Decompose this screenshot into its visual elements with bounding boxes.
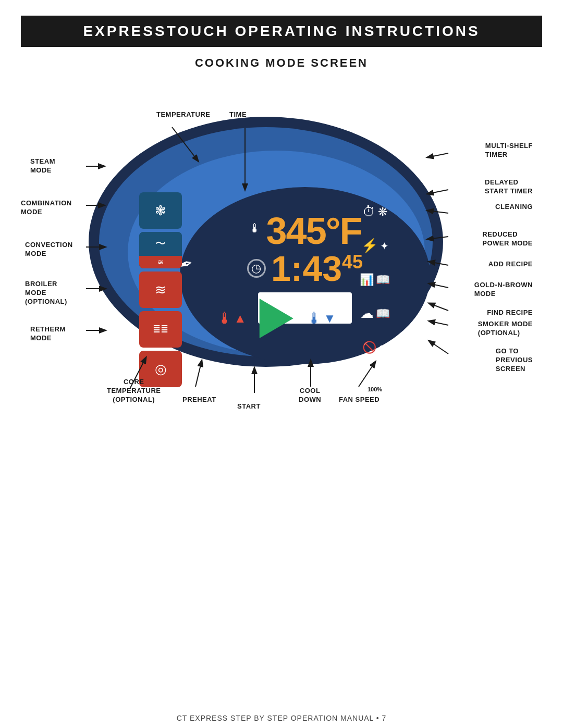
label-reduced-power-mode: REDUCED POWER MODE	[482, 230, 533, 248]
label-time: TIME	[229, 110, 247, 119]
label-cleaning: CLEANING	[495, 203, 533, 212]
label-combination-mode: COMBINATION MODE	[21, 199, 72, 217]
broiler-icon: ≣≣	[153, 324, 168, 335]
label-find-recipe: FIND RECIPE	[487, 309, 533, 317]
gold-n-brown-icon[interactable]: ☁ 📖	[358, 299, 391, 328]
cool-down-icon: 🌡 ▼	[307, 310, 336, 327]
label-multi-shelf-timer: MULTI-SHELF TIMER	[485, 142, 533, 159]
label-add-recipe: ADD RECIPE	[488, 260, 533, 269]
smoker-mode-icon[interactable]: 🚫 ↩	[358, 333, 391, 362]
page-subtitle: COOKING MODE SCREEN	[0, 56, 563, 70]
combo-top-icon: 〜	[155, 237, 166, 251]
multi-shelf-timer-icon[interactable]: ⏱ ❋	[358, 198, 391, 226]
preheat-icon: 🌡 ▲	[217, 310, 247, 327]
combo-blue-top: 〜	[139, 232, 182, 256]
label-retherm-mode: RETHERM MODE	[30, 325, 66, 343]
steam-icon: ❃	[155, 203, 166, 219]
convection-mode-button[interactable]: ≋	[139, 272, 182, 308]
fan-speed-icon[interactable]: ⚙ 100%	[358, 369, 391, 393]
fan-percent-display: 100%	[365, 385, 384, 393]
label-steam-mode: STEAM MODE	[30, 157, 55, 175]
label-core-temperature: CORE TEMPERATURE (OPTIONAL)	[107, 378, 161, 404]
label-preheat: PREHEAT	[182, 396, 216, 404]
label-convection-mode: CONVECTION MODE	[25, 241, 73, 258]
label-fan-speed: FAN SPEED	[339, 396, 380, 404]
broiler-mode-button[interactable]: ≣≣	[139, 311, 182, 348]
combo-red-stripe: ≋	[139, 256, 182, 269]
delayed-start-timer-icon[interactable]: ⚡ ✦	[358, 231, 391, 260]
reduced-power-mode-icon[interactable]: 📊 📖	[358, 265, 391, 294]
label-delayed-start-timer: DELAYED START TIMER	[485, 178, 533, 196]
label-smoker-mode: SMOKER MODE (OPTIONAL)	[478, 320, 533, 338]
convection-icon: ≋	[155, 282, 166, 298]
footer-text: CT EXPRESS STEP BY STEP OPERATION MANUAL…	[177, 714, 387, 722]
retherm-icon: ◎	[155, 361, 167, 377]
timer-icon: ◷	[247, 259, 266, 278]
label-start: START	[237, 402, 261, 411]
thermometer-icon: 🌡	[249, 221, 261, 236]
header-bar: EXPRESSTOUCH OPERATING INSTRUCTIONS	[21, 16, 542, 47]
steam-mode-button[interactable]: ❃	[139, 192, 182, 229]
time-display: 1:4345	[271, 251, 363, 286]
outer-oval: 🌡 345°F ◷ 1:4345	[89, 117, 443, 367]
blue-ring: 🌡 345°F ◷ 1:4345	[99, 127, 433, 356]
page-title: EXPRESSTOUCH OPERATING INSTRUCTIONS	[31, 23, 532, 40]
label-go-to-previous-screen: GO TO PREVIOUS SCREEN	[496, 347, 533, 374]
label-gold-n-brown-mode: GOLD-N-BROWN MODE	[474, 281, 533, 299]
oven-display: 🌡 345°F ◷ 1:4345	[89, 117, 443, 367]
label-temperature: TEMPERATURE	[156, 110, 210, 119]
start-button[interactable]	[260, 299, 293, 338]
combo-bot-icon: ≋	[157, 258, 164, 266]
label-cool-down: COOL DOWN	[299, 387, 321, 404]
diagram-area: 🌡 345°F ◷ 1:4345	[21, 85, 542, 409]
cool-down-button[interactable]: 🌡 ▼	[307, 310, 336, 327]
label-broiler-mode: BROILER MODE (OPTIONAL)	[25, 280, 67, 306]
temperature-display: 345°F	[266, 212, 362, 250]
combination-mode-button[interactable]: 〜 ≋	[139, 232, 182, 268]
preheat-button[interactable]: 🌡 ▲	[217, 310, 247, 327]
inner-blue: 🌡 345°F ◷ 1:4345	[128, 151, 425, 354]
right-icons-panel: ⏱ ❋ ⚡ ✦	[358, 198, 391, 393]
left-mode-panel: ❃ 〜 ≋	[139, 192, 186, 387]
